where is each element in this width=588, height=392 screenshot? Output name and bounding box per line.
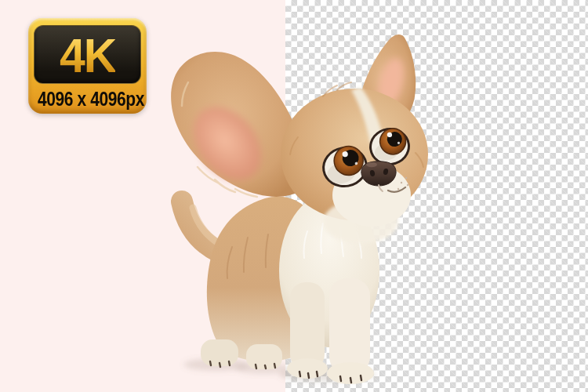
nose [361, 162, 396, 186]
resolution-badge: 4K 4096 x 4096px [28, 18, 147, 114]
badge-resolution-text: 4K [60, 30, 116, 80]
puppy-illustration [166, 12, 433, 388]
stock-image-preview: 4K 4096 x 4096px [0, 0, 588, 392]
badge-dimensions-text: 4096 x 4096px [38, 88, 137, 111]
left-ear [171, 52, 304, 197]
badge-4k-panel: 4K [34, 25, 141, 84]
front-legs [287, 278, 374, 384]
